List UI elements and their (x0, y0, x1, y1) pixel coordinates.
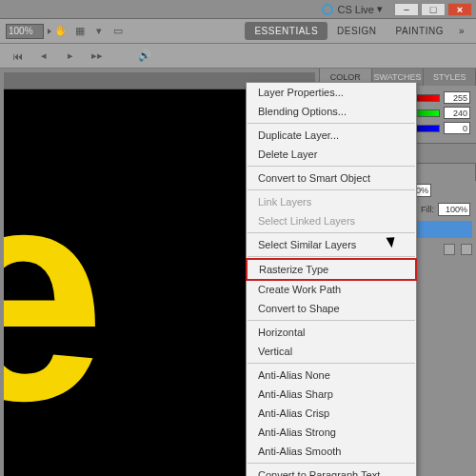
context-menu-item[interactable]: Rasterize Type (248, 260, 415, 279)
context-menu-separator (248, 256, 415, 257)
options-bar: ✋ ▦ ▾ ▭ ESSENTIALS DESIGN PAINTING » (0, 19, 476, 44)
fill-input[interactable] (438, 203, 470, 216)
context-menu-item[interactable]: Convert to Smart Object (247, 169, 416, 188)
next-icon[interactable]: ▸▸ (89, 49, 105, 64)
context-menu[interactable]: Layer Properties...Blending Options...Du… (246, 82, 417, 476)
window-maximize-button[interactable]: □ (421, 3, 446, 16)
workspace-painting[interactable]: PAINTING (386, 22, 452, 40)
context-menu-separator (248, 363, 415, 364)
cslive-button[interactable]: CS Live ▾ (322, 3, 383, 15)
zoom-control[interactable] (6, 24, 51, 39)
speaker-icon[interactable]: 🔊 (137, 49, 152, 64)
context-menu-separator (248, 232, 415, 233)
context-menu-item[interactable]: Vertical (247, 342, 416, 361)
context-menu-item: Link Layers (247, 192, 416, 211)
chevron-down-icon: ▾ (377, 3, 383, 15)
prev-icon[interactable]: ◂ (36, 49, 51, 64)
window-close-button[interactable]: × (447, 3, 472, 16)
zoom-input[interactable] (6, 24, 44, 39)
workspace-design[interactable]: DESIGN (327, 22, 386, 40)
play-icon[interactable]: ▸ (63, 49, 78, 64)
cslive-icon (322, 4, 333, 15)
arrange-icon[interactable]: ▾ (91, 24, 107, 39)
hand-icon[interactable]: ✋ (53, 24, 69, 39)
context-menu-item[interactable]: Select Similar Layers (247, 235, 416, 254)
context-menu-separator (248, 166, 415, 167)
context-menu-item[interactable]: Anti-Alias Sharp (247, 385, 416, 404)
context-menu-item[interactable]: Horizontal (247, 323, 416, 342)
context-menu-item[interactable]: Create Work Path (247, 280, 416, 299)
context-menu-item[interactable]: Blending Options... (247, 102, 416, 121)
context-menu-item[interactable]: Delete Layer (247, 145, 416, 164)
rewind-icon[interactable]: ⏮ (10, 49, 25, 64)
window-minimize-button[interactable]: − (394, 3, 419, 16)
screen-icon[interactable]: ▭ (110, 24, 126, 39)
workspace-essentials[interactable]: ESSENTIALS (245, 22, 327, 40)
context-menu-item[interactable]: Anti-Alias Smooth (247, 442, 416, 461)
context-menu-separator (248, 320, 415, 321)
tab-styles[interactable]: STYLES (424, 69, 476, 86)
context-menu-item[interactable]: Duplicate Layer... (247, 126, 416, 145)
chevron-down-icon[interactable] (48, 29, 51, 34)
context-menu-item[interactable]: Anti-Alias None (247, 366, 416, 385)
context-menu-separator (248, 463, 415, 464)
playback-bar: ⏮ ◂ ▸ ▸▸ 🔊 (0, 44, 476, 69)
context-menu-item[interactable]: Layer Properties... (247, 83, 416, 102)
trash-icon[interactable] (461, 244, 472, 255)
cslive-label: CS Live (337, 4, 374, 15)
canvas-text-layer: le (4, 118, 87, 468)
link-icon[interactable] (444, 244, 455, 255)
context-menu-item[interactable]: Anti-Alias Crisp (247, 404, 416, 423)
context-menu-separator (248, 189, 415, 190)
workspace-switcher: ESSENTIALS DESIGN PAINTING » (245, 22, 470, 40)
context-menu-item[interactable]: Convert to Shape (247, 299, 416, 318)
grid-icon[interactable]: ▦ (72, 24, 88, 39)
context-menu-item[interactable]: Convert to Paragraph Text (247, 466, 416, 476)
fill-label: Fill: (421, 205, 434, 214)
titlebar: CS Live ▾ − □ × (0, 0, 476, 19)
context-menu-separator (248, 123, 415, 124)
workspace-more[interactable]: » (453, 22, 470, 40)
context-menu-item[interactable]: Anti-Alias Strong (247, 423, 416, 442)
context-menu-item: Select Linked Layers (247, 211, 416, 230)
